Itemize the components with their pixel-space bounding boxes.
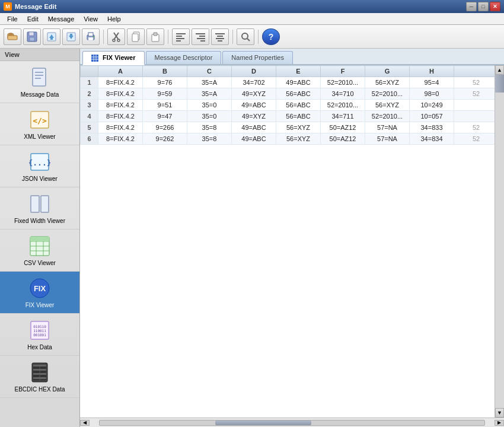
- tab-named-properties[interactable]: Named Properties: [222, 51, 293, 64]
- table-cell[interactable]: 49=ABC: [276, 77, 321, 88]
- sidebar-item-hex-data[interactable]: 010110110011001001 Hex Data: [0, 314, 79, 356]
- table-cell[interactable]: 35=A: [187, 77, 232, 88]
- svg-rect-1: [9, 33, 12, 34]
- sidebar-item-message-data[interactable]: Message Data: [0, 61, 79, 103]
- sep4: [258, 30, 259, 44]
- table-cell[interactable]: 10=057: [410, 111, 454, 122]
- search-button[interactable]: [237, 28, 254, 45]
- table-cell[interactable]: 50=AZ12: [321, 122, 365, 133]
- align-center-button[interactable]: [211, 28, 229, 45]
- table-cell[interactable]: 56=ABC: [276, 100, 321, 111]
- maximize-button[interactable]: □: [478, 2, 489, 11]
- h-scroll-track[interactable]: [99, 420, 485, 426]
- table-cell[interactable]: 56=ABC: [276, 111, 321, 122]
- menu-help[interactable]: Help: [103, 14, 126, 24]
- table-cell[interactable]: 49=ABC: [232, 100, 276, 111]
- sidebar-item-xml-viewer[interactable]: </> XML Viewer: [0, 103, 79, 145]
- table-cell[interactable]: 8=FIX.4.2: [98, 122, 143, 133]
- sidebar-item-label: Hex Data: [27, 344, 52, 350]
- table-cell[interactable]: 34=833: [410, 122, 454, 133]
- table-cell[interactable]: 49=ABC: [232, 133, 276, 145]
- menu-message[interactable]: Message: [43, 14, 79, 24]
- table-cell[interactable]: 52=2010...: [321, 77, 365, 88]
- table-cell[interactable]: 57=NA: [365, 122, 410, 133]
- minimize-button[interactable]: ─: [466, 2, 477, 11]
- table-cell[interactable]: 34=702: [232, 77, 276, 88]
- cut-button[interactable]: [107, 28, 125, 45]
- scroll-right-button[interactable]: ▶: [495, 420, 504, 426]
- table-cell[interactable]: 8=FIX.4.2: [98, 133, 143, 145]
- menu-file[interactable]: File: [2, 14, 23, 24]
- scroll-left-button[interactable]: ◀: [80, 420, 90, 426]
- sidebar-item-fixed-width-viewer[interactable]: Fixed Width Viewer: [0, 187, 79, 230]
- menu-edit[interactable]: Edit: [23, 14, 43, 24]
- tab-fix-viewer[interactable]: FIX Viewer: [82, 51, 145, 65]
- table-cell[interactable]: 34=710: [321, 88, 365, 100]
- table-cell[interactable]: 34=711: [321, 111, 365, 122]
- import-button[interactable]: [43, 28, 60, 45]
- scroll-up-button[interactable]: ▲: [495, 65, 504, 75]
- table-cell[interactable]: 9=47: [143, 111, 187, 122]
- table-cell[interactable]: 49=XYZ: [232, 88, 276, 100]
- print-button[interactable]: [82, 28, 100, 45]
- svg-rect-13: [88, 33, 93, 36]
- table-cell[interactable]: 9=51: [143, 100, 187, 111]
- table-cell[interactable]: 52=2010...: [321, 100, 365, 111]
- tab-message-descriptor[interactable]: Message Descriptor: [146, 51, 222, 64]
- tab-bar: FIX Viewer Message Descriptor Named Prop…: [80, 49, 504, 65]
- table-cell-extra: 52: [454, 77, 495, 88]
- open-button[interactable]: [4, 28, 21, 45]
- table-cell[interactable]: 95=4: [410, 77, 454, 88]
- sidebar-item-ebcdic-hex-data[interactable]: EBCDIC HEX Data: [0, 356, 79, 398]
- table-cell[interactable]: 57=NA: [365, 133, 410, 145]
- table-cell[interactable]: 8=FIX.4.2: [98, 111, 143, 122]
- align-left-button[interactable]: [172, 28, 190, 45]
- close-button[interactable]: ✕: [490, 2, 500, 11]
- copy-button[interactable]: [127, 28, 145, 45]
- table-cell[interactable]: 10=249: [410, 100, 454, 111]
- paste-button[interactable]: [146, 28, 164, 45]
- table-cell[interactable]: 35=8: [187, 133, 232, 145]
- table-cell[interactable]: 35=0: [187, 100, 232, 111]
- save-button[interactable]: [23, 28, 41, 45]
- table-cell[interactable]: 9=266: [143, 122, 187, 133]
- table-cell[interactable]: 56=ABC: [276, 88, 321, 100]
- table-cell[interactable]: 56=XYZ: [276, 133, 321, 145]
- scroll-thumb[interactable]: [495, 75, 504, 93]
- table-cell[interactable]: 8=FIX.4.2: [98, 77, 143, 88]
- table-cell[interactable]: 49=XYZ: [232, 111, 276, 122]
- table-cell[interactable]: 50=AZ12: [321, 133, 365, 145]
- h-scrollbar[interactable]: ◀ ▶: [80, 418, 504, 427]
- table-cell[interactable]: 56=XYZ: [365, 100, 410, 111]
- table-cell[interactable]: 56=XYZ: [365, 77, 410, 88]
- table-area[interactable]: A B C D E F G H 18=FIX.4.29=7635=A34=702…: [80, 65, 495, 418]
- table-cell[interactable]: 9=59: [143, 88, 187, 100]
- table-cell[interactable]: 8=FIX.4.2: [98, 88, 143, 100]
- table-cell[interactable]: 34=834: [410, 133, 454, 145]
- menu-view[interactable]: View: [79, 14, 103, 24]
- table-cell[interactable]: 56=XYZ: [276, 122, 321, 133]
- scroll-track[interactable]: [495, 75, 504, 408]
- table-cell[interactable]: 49=ABC: [232, 122, 276, 133]
- help-button[interactable]: ?: [262, 28, 280, 45]
- table-cell[interactable]: 9=262: [143, 133, 187, 145]
- scroll-down-button[interactable]: ▼: [495, 408, 504, 418]
- table-cell[interactable]: 35=A: [187, 88, 232, 100]
- table-cell[interactable]: 52=2010...: [365, 111, 410, 122]
- table-cell[interactable]: 98=0: [410, 88, 454, 100]
- table-cell[interactable]: 52=2010...: [365, 88, 410, 100]
- table-cell[interactable]: 8=FIX.4.2: [98, 100, 143, 111]
- h-scroll-thumb[interactable]: [215, 420, 311, 425]
- export-button[interactable]: [62, 28, 80, 45]
- v-scrollbar[interactable]: ▲ ▼: [495, 65, 504, 418]
- table-cell[interactable]: 35=0: [187, 111, 232, 122]
- align-right-button[interactable]: [192, 28, 209, 45]
- svg-rect-41: [35, 78, 41, 79]
- table-cell[interactable]: 35=8: [187, 122, 232, 133]
- table-cell[interactable]: 9=76: [143, 77, 187, 88]
- svg-rect-35: [218, 40, 222, 42]
- sidebar-item-fix-viewer[interactable]: FIX FIX Viewer: [0, 272, 79, 314]
- svg-line-37: [247, 39, 250, 41]
- sidebar-item-json-viewer[interactable]: {...} JSON Viewer: [0, 145, 79, 187]
- sidebar-item-csv-viewer[interactable]: CSV Viewer: [0, 230, 79, 272]
